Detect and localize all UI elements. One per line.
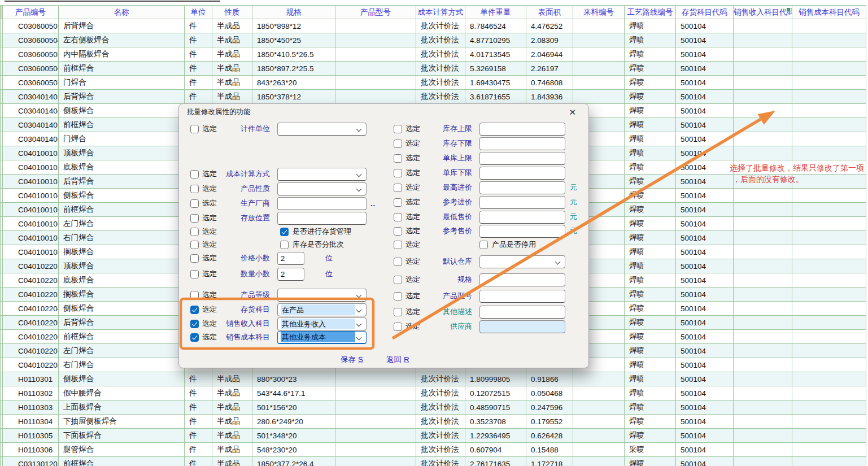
cell-unit-weight[interactable]: 1.22936495 <box>465 429 526 443</box>
cell-sales-cost-account[interactable] <box>792 372 866 386</box>
cell-unit-weight[interactable]: 1.80999805 <box>465 372 526 386</box>
cell-inventory-account[interactable]: 500104 <box>676 386 734 400</box>
cell-sales-income-account[interactable] <box>734 429 792 443</box>
cell-incoming-no[interactable] <box>573 76 625 90</box>
cell-route-no[interactable]: 焊喷 <box>625 358 676 372</box>
cell-model[interactable] <box>335 443 416 457</box>
ref-sale-input[interactable] <box>479 225 565 238</box>
header-unit-weight[interactable]: 单件重量 <box>465 6 526 19</box>
table-row[interactable]: H0110303 上面板焊合 件 半成品 501*156*20 批次计价法 0.… <box>1 400 866 415</box>
cell-inventory-account[interactable]: 500104 <box>676 175 734 189</box>
cell-cost-method[interactable]: 批次计价法 <box>416 47 465 62</box>
price-decimals-input[interactable]: 2 <box>277 252 304 265</box>
checkbox-inventory-managed[interactable] <box>190 228 199 236</box>
cell-route-no[interactable]: 焊喷 <box>625 288 676 302</box>
cell-sales-income-account[interactable] <box>734 245 792 259</box>
cell-route-no[interactable]: 焊喷 <box>625 302 676 316</box>
checkbox-manufacturer[interactable] <box>190 199 199 208</box>
cell-product-code[interactable]: C040100108 <box>3 245 59 259</box>
cell-cost-method[interactable]: 批次计价法 <box>416 443 465 457</box>
header-incoming-no[interactable]: 来料编号 <box>573 6 625 19</box>
cell-incoming-no[interactable] <box>573 429 625 443</box>
cell-name[interactable]: 侧板焊合 <box>59 189 185 203</box>
cell-route-no[interactable]: 采喷 <box>625 443 676 457</box>
cell-name[interactable]: 门焊合 <box>59 76 185 90</box>
cell-surface-area[interactable]: 0.746808 <box>526 76 573 90</box>
cell-inventory-account[interactable]: 500104 <box>676 273 734 288</box>
other-desc-input[interactable] <box>479 306 565 319</box>
cell-sales-income-account[interactable] <box>734 118 792 132</box>
cell-incoming-no[interactable] <box>573 386 625 400</box>
cell-sales-cost-account[interactable] <box>792 132 866 146</box>
cell-unit[interactable]: 件 <box>185 90 212 104</box>
checkbox-product-nature[interactable] <box>190 185 199 193</box>
sales-cost-account-select[interactable]: 其他业务成本 <box>277 331 367 344</box>
cell-route-no[interactable]: 焊喷 <box>625 231 676 245</box>
cell-sales-cost-account[interactable] <box>792 259 866 273</box>
cell-route-no[interactable]: 焊喷 <box>625 104 676 118</box>
cell-cost-method[interactable]: 批次计价法 <box>416 90 465 104</box>
cell-nature[interactable]: 半成品 <box>212 415 252 429</box>
cell-product-code[interactable]: C030401405 <box>3 118 59 132</box>
cell-nature[interactable]: 半成品 <box>212 429 252 443</box>
cell-cost-method[interactable]: 批次计价法 <box>416 400 465 415</box>
cell-product-code[interactable]: H0110306 <box>3 443 59 457</box>
cell-incoming-no[interactable] <box>573 62 625 76</box>
cell-product-code[interactable]: C040102207 <box>3 344 59 358</box>
cell-incoming-no[interactable] <box>573 33 625 47</box>
cell-inventory-account[interactable]: 500104 <box>676 358 734 372</box>
cell-name[interactable]: 门焊合 <box>59 132 185 146</box>
cell-product-code[interactable]: C030600506 <box>3 62 59 76</box>
cell-unit[interactable]: 件 <box>185 62 212 76</box>
cell-product-code[interactable]: C040102203 <box>3 288 59 302</box>
checkbox-ref-purchase[interactable] <box>394 198 402 207</box>
cell-sales-cost-account[interactable] <box>792 19 866 33</box>
checkbox-stock-upper[interactable] <box>394 125 402 133</box>
cell-sales-income-account[interactable] <box>734 358 792 372</box>
cell-model[interactable] <box>335 76 416 90</box>
cell-route-no[interactable]: 焊喷 <box>625 259 676 273</box>
cell-spec[interactable]: 501*348*20 <box>252 429 335 443</box>
cell-cost-method[interactable]: 批次计价法 <box>416 415 465 429</box>
cell-sales-income-account[interactable] <box>734 273 792 288</box>
cell-product-code[interactable]: C040102205 <box>3 316 59 330</box>
cell-sales-cost-account[interactable] <box>792 231 866 245</box>
cell-name[interactable]: 搁板焊合 <box>59 245 185 259</box>
save-button[interactable]: 保存S <box>341 355 363 365</box>
cell-product-code[interactable]: H0110304 <box>3 415 59 429</box>
cell-model[interactable] <box>335 90 416 104</box>
cell-model[interactable] <box>335 415 416 429</box>
cell-spec[interactable]: 1850*450*25 <box>252 33 335 47</box>
cell-name[interactable]: 前框焊合 <box>59 330 185 344</box>
cell-sales-income-account[interactable] <box>734 146 792 160</box>
cell-sales-cost-account[interactable] <box>792 288 866 302</box>
cell-spec[interactable]: 548*230*20 <box>252 443 335 457</box>
checkbox-spec[interactable] <box>394 276 402 284</box>
cell-product-code[interactable]: C030600507 <box>3 76 59 90</box>
cell-route-no[interactable]: 焊喷 <box>625 429 676 443</box>
cell-cost-method[interactable]: 批次计价法 <box>416 33 465 47</box>
cell-sales-income-account[interactable] <box>734 231 792 245</box>
cell-sales-cost-account[interactable] <box>792 47 866 62</box>
cell-name[interactable]: 后背焊合 <box>59 175 185 189</box>
cell-spec[interactable]: 1850*897.2*25.5 <box>252 62 335 76</box>
cell-route-no[interactable]: 焊喷 <box>625 160 676 175</box>
cell-inventory-account[interactable]: 500104 <box>676 217 734 231</box>
cell-unit-weight[interactable]: 4.87710295 <box>465 33 526 47</box>
cell-surface-area[interactable]: 1.172718 <box>526 457 573 466</box>
cell-nature[interactable]: 半成品 <box>212 33 252 47</box>
table-row[interactable]: C030600504 左右侧板焊合 件 半成品 1850*450*25 批次计价… <box>1 33 866 47</box>
cell-product-code[interactable]: C040100105 <box>3 203 59 217</box>
cell-inventory-account[interactable]: 500104 <box>676 344 734 358</box>
sales-income-account-select[interactable]: 其他业务收入 <box>277 317 367 330</box>
cell-route-no[interactable]: 焊喷 <box>625 19 676 33</box>
cell-sales-income-account[interactable] <box>734 415 792 429</box>
table-row[interactable]: C030401403 后背焊合 件 半成品 1850*378*12 批次计价法 … <box>1 90 866 104</box>
cell-sales-cost-account[interactable] <box>792 344 866 358</box>
cell-product-code[interactable]: C031301201 <box>3 457 59 466</box>
cell-inventory-account[interactable]: 500104 <box>676 203 734 217</box>
cell-sales-income-account[interactable] <box>734 19 792 33</box>
checkbox-cost-method[interactable] <box>190 170 199 178</box>
cell-cost-method[interactable]: 批次计价法 <box>416 19 465 33</box>
cell-nature[interactable]: 半成品 <box>212 443 252 457</box>
